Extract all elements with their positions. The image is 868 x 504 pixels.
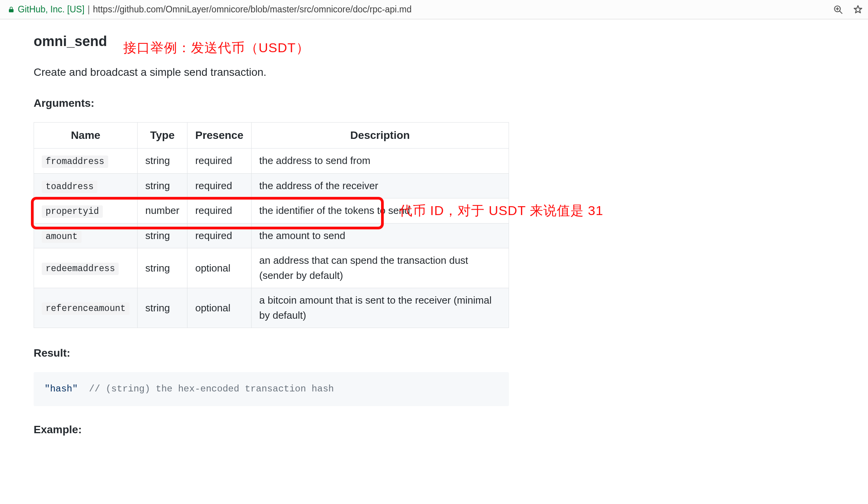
col-description: Description	[251, 123, 509, 149]
arg-name-token: redeemaddress	[42, 263, 119, 275]
arguments-heading: Arguments:	[34, 95, 509, 111]
table-row: amountstringrequiredthe amount to send	[34, 223, 509, 248]
col-type: Type	[138, 123, 187, 149]
table-row: redeemaddressstringoptionalan address th…	[34, 248, 509, 288]
page-content: omni_send 接口举例：发送代币（USDT） Create and bro…	[13, 19, 855, 464]
api-heading-row: omni_send 接口举例：发送代币（USDT）	[34, 31, 509, 64]
example-heading: Example:	[34, 422, 509, 438]
arg-presence-cell: optional	[187, 248, 252, 288]
result-literal: "hash"	[44, 384, 78, 394]
arg-description-cell: the address to send from	[251, 149, 509, 174]
table-row: referenceamountstringoptionala bitcoin a…	[34, 288, 509, 328]
arg-presence-cell: required	[187, 198, 252, 224]
address-bar-right	[825, 4, 863, 15]
arg-name-cell: referenceamount	[34, 288, 138, 328]
arg-type-cell: string	[138, 173, 187, 198]
arg-name-cell: redeemaddress	[34, 248, 138, 288]
arguments-table: Name Type Presence Description fromaddre…	[34, 122, 509, 328]
table-row: fromaddressstringrequiredthe address to …	[34, 149, 509, 174]
arg-name-token: referenceamount	[42, 302, 129, 315]
result-code-block: "hash" // (string) the hex-encoded trans…	[34, 372, 509, 406]
arg-description-cell: an address that can spend the transactio…	[251, 248, 509, 288]
arg-type-cell: string	[138, 223, 187, 248]
arg-description-cell: a bitcoin amount that is sent to the rec…	[251, 288, 509, 328]
bookmark-star-icon[interactable]	[853, 4, 863, 15]
address-bar-left: GitHub, Inc. [US] | https://github.com/O…	[8, 4, 825, 15]
heading-annotation: 接口举例：发送代币（USDT）	[123, 38, 310, 58]
arg-type-cell: number	[138, 198, 187, 224]
result-comment: // (string) the hex-encoded transaction …	[89, 384, 334, 394]
arg-type-cell: string	[138, 248, 187, 288]
table-row: toaddressstringrequiredthe address of th…	[34, 173, 509, 198]
arg-name-token: toaddress	[42, 181, 97, 193]
arg-name-token: propertyid	[42, 205, 103, 218]
address-separator: |	[88, 4, 90, 15]
col-name: Name	[34, 123, 138, 149]
arg-name-cell: toaddress	[34, 173, 138, 198]
table-header-row: Name Type Presence Description	[34, 123, 509, 149]
col-presence: Presence	[187, 123, 252, 149]
arg-type-cell: string	[138, 288, 187, 328]
arguments-table-body: fromaddressstringrequiredthe address to …	[34, 149, 509, 328]
svg-line-1	[839, 11, 842, 14]
arg-description-cell: the address of the receiver	[251, 173, 509, 198]
arg-description-cell: the amount to send	[251, 223, 509, 248]
site-identity-label: GitHub, Inc. [US]	[18, 4, 85, 15]
zoom-icon[interactable]	[833, 5, 843, 15]
markdown-body: omni_send 接口举例：发送代币（USDT） Create and bro…	[34, 31, 509, 438]
arg-name-cell: amount	[34, 223, 138, 248]
result-heading: Result:	[34, 345, 509, 361]
api-name-heading: omni_send	[34, 31, 107, 52]
highlight-note: 代币 ID，对于 USDT 来说值是 31	[399, 202, 604, 220]
arg-presence-cell: required	[187, 173, 252, 198]
arg-name-cell: fromaddress	[34, 149, 138, 174]
arg-presence-cell: required	[187, 223, 252, 248]
arg-name-token: fromaddress	[42, 155, 108, 168]
browser-address-bar: GitHub, Inc. [US] | https://github.com/O…	[0, 0, 868, 19]
arg-name-token: amount	[42, 231, 82, 243]
api-description: Create and broadcast a simple send trans…	[34, 64, 509, 80]
lock-icon	[8, 5, 15, 14]
arg-presence-cell: required	[187, 149, 252, 174]
arg-type-cell: string	[138, 149, 187, 174]
arg-presence-cell: optional	[187, 288, 252, 328]
arg-name-cell: propertyid	[34, 198, 138, 224]
arguments-table-head: Name Type Presence Description	[34, 123, 509, 149]
page-url[interactable]: https://github.com/OmniLayer/omnicore/bl…	[93, 4, 412, 15]
